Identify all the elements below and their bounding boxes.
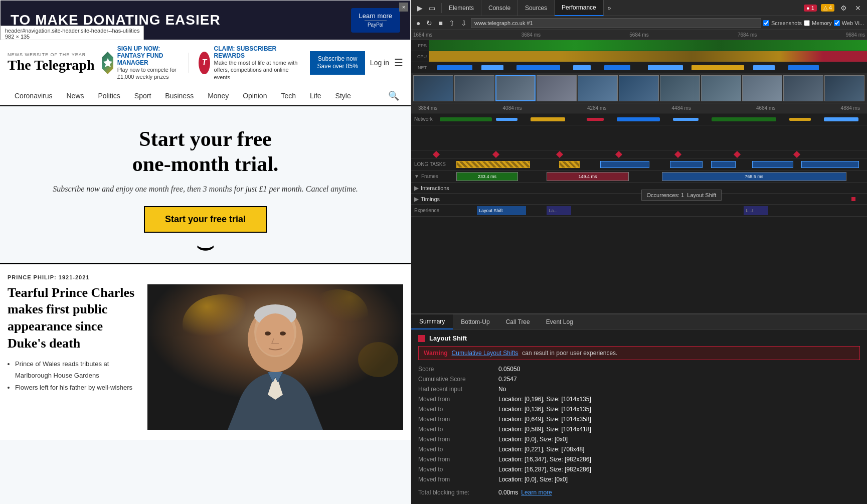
nav-item-life[interactable]: Life [303,87,328,105]
tab-performance[interactable]: Performance [555,0,604,16]
moved-row-3: Moved to Location: [0,589], Size: [1014x… [418,424,860,434]
bottom-tab-summary[interactable]: Summary [411,314,453,329]
clear-button[interactable]: ■ [436,18,444,28]
nav-item-business[interactable]: Business [158,87,201,105]
article-bullets: Prince of Wales reads tributes at Marlbo… [8,358,137,393]
red-diamond-5 [674,151,681,158]
timings-arrow: ▶ [414,196,419,203]
promo1-title: SIGN UP NOW: FANTASY FUND MANAGER [117,45,179,66]
article-category: PRINCE PHILIP: 1921-2021 [8,274,403,280]
nav-item-tech[interactable]: Tech [274,87,303,105]
nav-item-coronavirus[interactable]: Coronavirus [8,87,59,105]
webvitals-checkbox-group: Web Vi... [834,20,864,26]
moved-key-4: Moved from [418,436,498,443]
timings-label: Timings [421,196,440,202]
timeline-ruler-bottom: 3884 ms 4084 ms 4284 ms 4484 ms 4684 ms … [411,103,867,113]
learn-more-link[interactable]: Learn more [521,489,552,496]
filmstrip-frame-8[interactable] [701,75,741,101]
record-button[interactable]: ● [414,18,422,28]
perf-timeline: 1684 ms 3684 ms 5684 ms 7684 ms 9684 ms … [411,30,867,313]
search-icon[interactable]: 🔍 [384,86,403,105]
article-section: PRINCE PHILIP: 1921-2021 Tearful Prince … [0,264,411,440]
tab-console[interactable]: Console [481,0,518,16]
bottom-tab-calltree[interactable]: Call Tree [498,314,538,329]
bottom-tab-eventlog[interactable]: Event Log [538,314,581,329]
ad-learn-more-button[interactable]: Learn more PayPal [351,8,400,33]
reload-record-button[interactable]: ↻ [424,18,434,28]
subscription-promo: Start your free one-month trial. Subscri… [0,106,411,264]
webvitals-checkbox[interactable] [834,20,840,26]
filmstrip-frame-1[interactable] [413,75,453,101]
subscribe-button[interactable]: Subscribe now Save over 85% [310,51,365,75]
devtools-responsive-button[interactable]: ▭ [427,3,437,13]
hamburger-button[interactable]: ☰ [394,57,403,69]
ls-block-3[interactable]: L...t [744,206,768,215]
frame-3: 768.5 ms [662,172,847,181]
filmstrip-frame-4[interactable] [537,75,577,101]
memory-checkbox[interactable] [804,20,810,26]
filmstrip-frame-6[interactable] [619,75,659,101]
devtools-settings-button[interactable]: ⚙ [838,3,849,13]
filmstrip-frame-3[interactable] [495,75,536,101]
bottom-tab-bottomup[interactable]: Bottom-Up [453,314,497,329]
fantasy-fund-icon [102,52,113,74]
long-tasks-row: LONG TASKS [411,158,867,171]
nav-item-politics[interactable]: Politics [91,87,127,105]
nav-item-money[interactable]: Money [201,87,236,105]
nav-item-opinion[interactable]: Opinion [236,87,274,105]
nav-item-sport[interactable]: Sport [127,87,158,105]
score-label: Score [418,366,498,373]
moved-key-0: Moved from [418,396,498,403]
timings-row[interactable]: ▶ Timings [411,194,867,205]
svg-point-9 [265,331,271,335]
fps-label: FPS [411,43,429,48]
nav-item-style[interactable]: Style [328,87,358,105]
filmstrip-frame-2[interactable] [454,75,494,101]
filmstrip-frame-10[interactable] [783,75,823,101]
ad-banner: TO MAKE DONATING EASIER Learn more PayPa… [0,0,411,40]
devtools-inspect-button[interactable]: ▶ [415,3,425,13]
moved-row-2: Moved from Location: [0,649], Size: [101… [418,414,860,424]
filmstrip-frame-11[interactable] [824,75,864,101]
telegraph-logo: The Telegraph [8,57,94,73]
moved-val-7: Location: [16,287], Size: [982x286] [498,466,591,473]
interactions-row[interactable]: ▶ Interactions [411,183,867,194]
warning-link[interactable]: Cumulative Layout Shifts [452,350,518,357]
cumulative-score-row: Cumulative Score 0.2547 [418,374,860,384]
moved-row-7: Moved to Location: [16,287], Size: [982x… [418,464,860,474]
screenshots-checkbox[interactable] [763,20,769,26]
url-bar[interactable] [471,18,761,28]
devtools-tabs: Elements Console Sources Performance » [442,0,800,16]
moved-val-4: Location: [0,0], Size: [0x0] [498,436,568,443]
tab-sources[interactable]: Sources [518,0,555,16]
svg-marker-0 [103,58,112,67]
upload-button[interactable]: ⇧ [447,18,457,28]
layout-shift-title: Layout Shift [418,334,860,342]
frame-1: 233.4 ms [456,172,518,181]
article-layout: Tearful Prince Charles makes first publi… [8,284,403,430]
red-diamonds-row [411,150,867,158]
cpu-content [429,51,867,62]
devtools-close-button[interactable]: ✕ [853,3,863,13]
moved-val-5: Location: [0,221], Size: [708x48] [498,446,584,453]
filmstrip-frame-9[interactable] [742,75,782,101]
tab-elements[interactable]: Elements [442,0,481,16]
interactions-label: Interactions [421,185,449,191]
ad-close-button[interactable]: × [399,3,408,12]
ls-color-square [418,335,425,342]
download-button[interactable]: ⇩ [459,18,469,28]
filmstrip-frame-5[interactable] [578,75,618,101]
frames-expand-arrow[interactable]: ▼ [414,174,419,179]
warning-badge: △ 4 [821,4,834,12]
svg-point-3 [308,289,368,340]
ls-block-1[interactable]: Layout Shift [477,206,526,215]
moved-val-0: Location: [0,196], Size: [1014x135] [498,396,591,403]
devtools-toolbar: ● ↻ ■ ⇧ ⇩ Screenshots Memory Web Vi... [411,16,867,30]
tab-more-button[interactable]: » [604,5,615,12]
net-row: NET [411,62,867,73]
ls-block-2[interactable]: La... [547,206,571,215]
filmstrip-frame-7[interactable] [660,75,700,101]
nav-item-news[interactable]: News [59,87,91,105]
login-button[interactable]: Log in [370,59,389,67]
recent-input-label: Had recent input [418,386,498,393]
